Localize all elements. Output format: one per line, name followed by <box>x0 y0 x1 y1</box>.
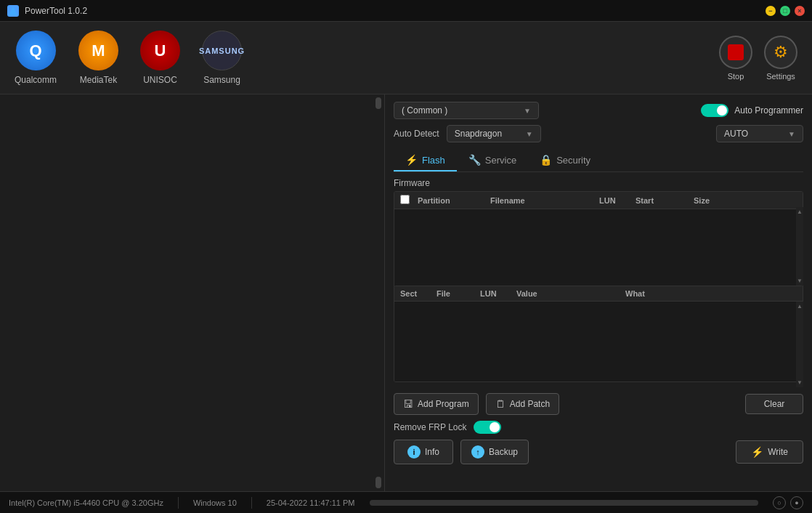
titlebar: PowerTool 1.0.2 − □ × <box>0 0 812 22</box>
tab-flash-label: Flash <box>422 155 445 166</box>
common-dropdown-chevron: ▼ <box>524 107 531 115</box>
service-icon: 🔧 <box>468 154 481 166</box>
firmware-table-body <box>394 209 803 289</box>
brand-unisoc[interactable]: U UNISOC <box>140 31 180 85</box>
write-label: Write <box>768 447 788 457</box>
progress-bar <box>370 500 758 506</box>
add-program-label: Add Program <box>418 399 469 409</box>
mediatek-label: MediaTek <box>80 75 117 85</box>
clear-button[interactable]: Clear <box>745 394 803 414</box>
maximize-button[interactable]: □ <box>780 6 790 16</box>
auto-dropdown[interactable]: AUTO ▼ <box>716 125 803 142</box>
samsung-logo: SAMSUNG <box>202 31 242 70</box>
info-icon: i <box>407 445 421 459</box>
status-divider-1 <box>178 497 179 509</box>
top-controls-row: ( Common ) ▼ Auto Programmer <box>394 102 803 119</box>
header-what: What <box>625 289 789 298</box>
settings-button[interactable]: ⚙ Settings <box>764 36 797 81</box>
app-icon <box>7 5 19 17</box>
settings-icon: ⚙ <box>764 36 797 69</box>
left-panel <box>0 94 385 491</box>
write-button[interactable]: ⚡ Write <box>736 440 803 464</box>
backup-icon: ↑ <box>471 445 484 459</box>
status-divider-2 <box>251 497 252 509</box>
brand-list: Q Qualcomm M MediaTek U UNISOC SAMSUNG S… <box>15 31 242 85</box>
header-check <box>400 195 418 206</box>
add-patch-icon: 🗒 <box>495 398 506 410</box>
firmware-table-header: Partition Filename LUN Start Size <box>394 192 803 209</box>
add-patch-button[interactable]: 🗒 Add Patch <box>486 393 559 415</box>
auto-programmer-toggle[interactable] <box>701 104 728 117</box>
second-scrollbar[interactable]: ▲ ▼ <box>796 302 803 387</box>
window-controls: − □ × <box>766 6 805 16</box>
frp-toggle[interactable] <box>474 421 501 434</box>
tab-service-label: Service <box>485 155 516 166</box>
qualcomm-label: Qualcomm <box>15 75 57 85</box>
add-program-button[interactable]: 🖫 Add Program <box>394 393 479 415</box>
scroll-up-arrow[interactable]: ▲ <box>797 209 803 215</box>
action-left: i Info ↑ Backup <box>394 440 529 464</box>
right-panel: ( Common ) ▼ Auto Programmer Auto Detect… <box>385 94 812 491</box>
stop-circle <box>719 36 752 69</box>
tab-security[interactable]: 🔒 Security <box>528 150 602 171</box>
second-scroll-up[interactable]: ▲ <box>797 303 803 310</box>
header-size: Size <box>694 196 789 205</box>
header-partition: Partition <box>418 196 490 205</box>
common-dropdown[interactable]: ( Common ) ▼ <box>394 102 539 119</box>
add-program-icon: 🖫 <box>403 398 413 410</box>
scroll-down-arrow[interactable]: ▼ <box>797 278 803 284</box>
header-filename: Filename <box>490 196 599 205</box>
qualcomm-logo: Q <box>16 31 56 70</box>
tab-flash[interactable]: ⚡ Flash <box>394 150 457 171</box>
header-sect: Sect <box>400 289 437 298</box>
status-icon-2[interactable]: ● <box>790 496 803 509</box>
backup-label: Backup <box>489 447 518 457</box>
statusbar: Intel(R) Core(TM) i5-4460 CPU @ 3.20GHz … <box>0 491 812 513</box>
detect-left: Auto Detect Snapdragon ▼ <box>394 125 541 142</box>
flash-icon: ⚡ <box>405 154 418 166</box>
firmware-label: Firmware <box>394 178 803 188</box>
unisoc-logo: U <box>140 31 180 70</box>
unisoc-label: UNISOC <box>143 75 177 85</box>
datetime-info: 25-04-2022 11:47:11 PM <box>267 498 355 507</box>
snapdragon-dropdown[interactable]: Snapdragon ▼ <box>447 125 541 142</box>
tab-bar: ⚡ Flash 🔧 Service 🔒 Security <box>394 150 803 172</box>
minimize-button[interactable]: − <box>766 6 776 16</box>
main-layout: ( Common ) ▼ Auto Programmer Auto Detect… <box>0 94 812 491</box>
tab-service[interactable]: 🔧 Service <box>457 150 528 171</box>
mediatek-logo: M <box>78 31 118 70</box>
header-file: File <box>437 289 480 298</box>
status-icons: ○ ● <box>773 496 803 509</box>
firmware-scrollbar[interactable]: ▲ ▼ <box>796 207 803 286</box>
app-title: PowerTool 1.0.2 <box>25 6 87 16</box>
select-all-checkbox[interactable] <box>400 195 410 204</box>
status-icon-1[interactable]: ○ <box>773 496 786 509</box>
brand-mediatek[interactable]: M MediaTek <box>78 31 118 85</box>
info-button[interactable]: i Info <box>394 440 453 464</box>
firmware-table-wrapper: Partition Filename LUN Start Size ▲ ▼ <box>394 191 803 286</box>
common-dropdown-label: ( Common ) <box>402 105 447 116</box>
second-table-wrapper: Sect File LUN Value What ▲ ▼ <box>394 286 803 387</box>
auto-programmer-label: Auto Programmer <box>734 105 803 116</box>
brand-qualcomm[interactable]: Q Qualcomm <box>15 31 57 85</box>
stop-label: Stop <box>728 72 744 81</box>
second-table: Sect File LUN Value What <box>394 286 803 382</box>
second-table-header: Sect File LUN Value What <box>394 286 803 302</box>
frp-toggle-knob <box>490 422 500 432</box>
auto-detect-label: Auto Detect <box>394 129 439 139</box>
close-button[interactable]: × <box>795 6 805 16</box>
auto-chevron: ▼ <box>788 130 795 138</box>
auto-programmer-row: Auto Programmer <box>701 104 803 117</box>
snapdragon-label: Snapdragon <box>455 129 502 139</box>
bottom-left-buttons: 🖫 Add Program 🗒 Add Patch <box>394 393 559 415</box>
frp-label: Remove FRP Lock <box>394 422 466 432</box>
stop-button[interactable]: Stop <box>719 36 752 81</box>
brandbar: Q Qualcomm M MediaTek U UNISOC SAMSUNG S… <box>0 22 812 94</box>
write-icon: ⚡ <box>751 446 763 458</box>
scroll-indicator-bottom <box>375 477 381 488</box>
backup-button[interactable]: ↑ Backup <box>460 440 529 464</box>
brand-samsung[interactable]: SAMSUNG Samsung <box>202 31 242 85</box>
second-scroll-down[interactable]: ▼ <box>797 379 803 386</box>
toggle-knob <box>717 105 727 116</box>
top-right-controls: Stop ⚙ Settings <box>719 36 797 81</box>
